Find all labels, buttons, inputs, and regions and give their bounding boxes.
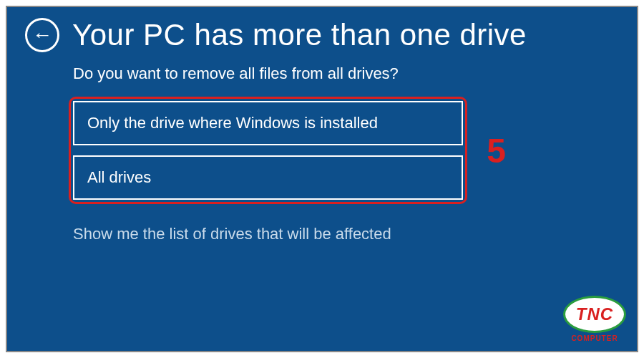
watermark-sub: COMPUTER [563,334,626,342]
watermark-oval: TNC [563,296,626,333]
annotation-step-number: 5 [487,131,506,170]
options-group: Only the drive where Windows is installe… [73,101,463,200]
arrow-left-icon: ← [32,25,52,45]
option-only-windows-drive[interactable]: Only the drive where Windows is installe… [73,101,463,145]
back-button[interactable]: ← [25,18,59,52]
recovery-screen: ← Your PC has more than one drive Do you… [6,6,638,352]
header: ← Your PC has more than one drive [7,7,637,56]
watermark-logo: TNC COMPUTER [563,296,626,342]
watermark-brand: TNC [576,304,613,324]
page-subtitle: Do you want to remove all files from all… [7,56,637,101]
option-all-drives[interactable]: All drives [73,155,463,200]
show-drives-link[interactable]: Show me the list of drives that will be … [73,225,637,243]
page-title: Your PC has more than one drive [72,18,527,52]
